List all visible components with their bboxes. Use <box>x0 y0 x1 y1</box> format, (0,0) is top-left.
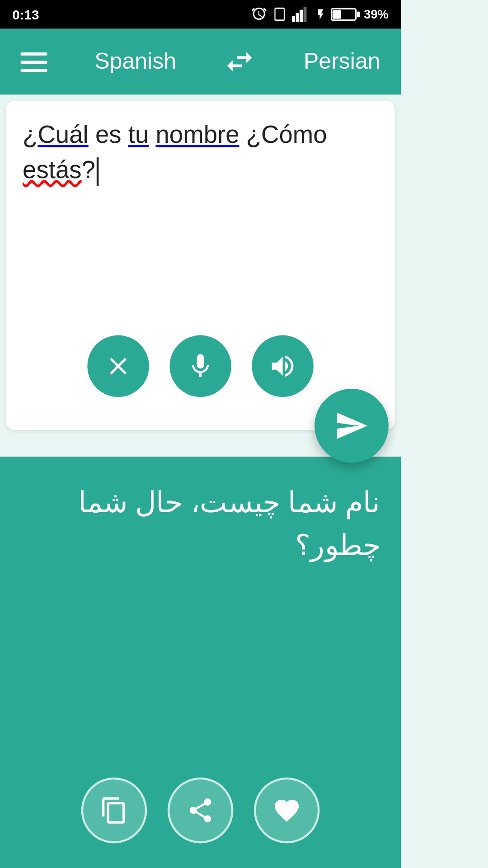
alarm-icon <box>251 6 267 23</box>
swap-languages-button[interactable] <box>224 45 257 78</box>
input-wrapper: ¿Cuál es tu nombre ¿Cómo estás? <box>0 94 401 430</box>
copy-icon <box>100 796 129 825</box>
word-nombre: nombre <box>155 120 239 148</box>
heart-icon <box>272 796 301 825</box>
signal-icon <box>292 6 310 23</box>
clear-button[interactable] <box>87 335 149 397</box>
battery-percent: 39% <box>364 7 389 22</box>
mic-icon <box>186 352 215 381</box>
output-text: نام شما چیست، حال شما چطور؟ <box>20 481 380 568</box>
speaker-icon <box>268 352 297 381</box>
source-language-selector[interactable]: Spanish <box>94 48 176 75</box>
translate-button[interactable] <box>314 389 389 463</box>
share-button[interactable] <box>168 778 234 844</box>
menu-button[interactable] <box>20 52 47 71</box>
send-icon <box>334 408 369 443</box>
speak-button[interactable] <box>252 335 313 397</box>
svg-rect-2 <box>300 10 303 22</box>
text-cursor <box>96 157 99 186</box>
input-text[interactable]: ¿Cuál es tu nombre ¿Cómo estás? <box>23 117 378 323</box>
word-tu: tu <box>128 120 149 148</box>
status-icons: 39% <box>251 6 389 23</box>
input-actions <box>23 335 378 406</box>
svg-rect-1 <box>296 13 299 22</box>
input-area[interactable]: ¿Cuál es tu nombre ¿Cómo estás? <box>6 101 395 430</box>
battery-icon <box>331 7 360 22</box>
word-cual: Cuál <box>38 120 88 148</box>
svg-rect-3 <box>304 7 307 22</box>
word-estas: estás <box>23 155 82 183</box>
charging-icon <box>314 6 327 23</box>
favorite-button[interactable] <box>254 778 320 844</box>
svg-rect-6 <box>333 10 341 19</box>
copy-button[interactable] <box>81 778 147 844</box>
status-bar: 0:13 39% <box>0 0 401 29</box>
share-icon <box>186 796 215 825</box>
sim-icon <box>271 6 287 23</box>
target-language-selector[interactable]: Persian <box>304 48 380 75</box>
microphone-button[interactable] <box>169 335 231 397</box>
svg-rect-0 <box>292 16 295 22</box>
svg-rect-5 <box>357 11 360 17</box>
close-icon <box>104 352 133 381</box>
output-area: نام شما چیست، حال شما چطور؟ <box>0 457 401 868</box>
output-actions <box>0 761 401 843</box>
status-time: 0:13 <box>12 7 39 22</box>
top-bar: Spanish Persian <box>0 29 401 95</box>
main-content: ¿Cuál es tu nombre ¿Cómo estás? <box>0 94 401 868</box>
